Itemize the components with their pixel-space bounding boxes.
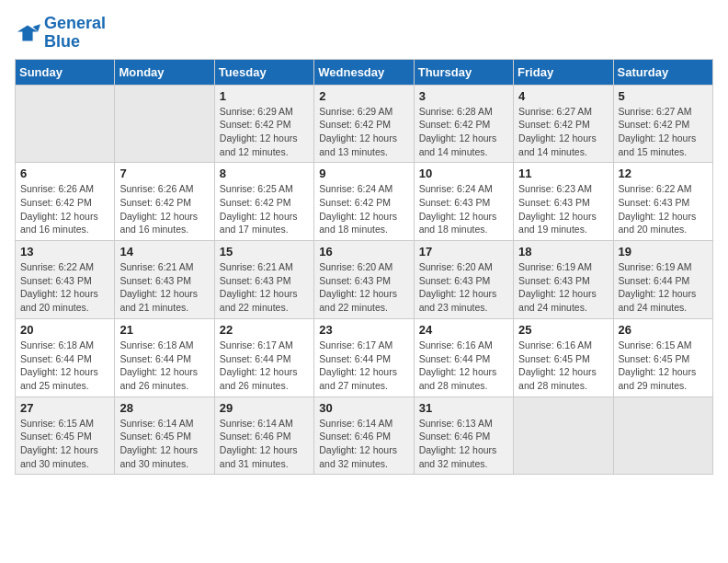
day-info: Sunrise: 6:17 AMSunset: 6:44 PMDaylight:… xyxy=(319,339,408,393)
day-number: 31 xyxy=(419,401,508,415)
calendar-cell xyxy=(613,396,712,475)
day-info: Sunrise: 6:20 AMSunset: 6:43 PMDaylight:… xyxy=(319,260,408,315)
day-info: Sunrise: 6:26 AMSunset: 6:42 PMDaylight:… xyxy=(119,182,209,236)
day-info: Sunrise: 6:13 AMSunset: 6:46 PMDaylight:… xyxy=(419,417,508,471)
day-number: 27 xyxy=(20,401,109,415)
calendar-cell xyxy=(115,85,214,163)
calendar-cell: 23Sunrise: 6:17 AMSunset: 6:44 PMDayligh… xyxy=(314,318,414,396)
day-info: Sunrise: 6:22 AMSunset: 6:43 PMDaylight:… xyxy=(619,182,708,236)
day-info: Sunrise: 6:14 AMSunset: 6:46 PMDaylight:… xyxy=(319,417,408,471)
day-number: 4 xyxy=(518,89,608,103)
day-info: Sunrise: 6:20 AMSunset: 6:43 PMDaylight:… xyxy=(419,260,508,315)
calendar-cell: 12Sunrise: 6:22 AMSunset: 6:43 PMDayligh… xyxy=(613,163,712,241)
day-number: 23 xyxy=(319,323,408,337)
day-number: 20 xyxy=(20,323,109,337)
day-number: 13 xyxy=(20,245,109,259)
calendar-cell: 6Sunrise: 6:26 AMSunset: 6:42 PMDaylight… xyxy=(16,163,115,241)
day-info: Sunrise: 6:17 AMSunset: 6:44 PMDaylight:… xyxy=(220,339,309,393)
day-number: 5 xyxy=(619,89,708,103)
calendar-cell xyxy=(514,396,613,475)
day-number: 19 xyxy=(619,245,708,259)
day-info: Sunrise: 6:14 AMSunset: 6:45 PMDaylight:… xyxy=(119,417,209,471)
day-number: 8 xyxy=(220,167,309,180)
calendar-cell: 30Sunrise: 6:14 AMSunset: 6:46 PMDayligh… xyxy=(314,396,414,475)
calendar-cell: 13Sunrise: 6:22 AMSunset: 6:43 PMDayligh… xyxy=(16,241,115,319)
calendar-cell xyxy=(16,85,115,163)
calendar-cell: 15Sunrise: 6:21 AMSunset: 6:43 PMDayligh… xyxy=(214,241,313,319)
day-number: 29 xyxy=(220,401,309,415)
day-info: Sunrise: 6:15 AMSunset: 6:45 PMDaylight:… xyxy=(619,339,708,393)
calendar-week-row: 27Sunrise: 6:15 AMSunset: 6:45 PMDayligh… xyxy=(16,396,713,475)
weekday-header-sunday: Sunday xyxy=(16,59,115,85)
calendar-cell: 19Sunrise: 6:19 AMSunset: 6:44 PMDayligh… xyxy=(613,241,712,319)
day-info: Sunrise: 6:24 AMSunset: 6:42 PMDaylight:… xyxy=(319,182,408,236)
calendar-cell: 5Sunrise: 6:27 AMSunset: 6:42 PMDaylight… xyxy=(613,85,712,163)
calendar-cell: 9Sunrise: 6:24 AMSunset: 6:42 PMDaylight… xyxy=(314,163,414,241)
logo: General Blue xyxy=(15,15,106,52)
day-info: Sunrise: 6:19 AMSunset: 6:43 PMDaylight:… xyxy=(518,260,608,315)
calendar-cell: 26Sunrise: 6:15 AMSunset: 6:45 PMDayligh… xyxy=(613,318,712,396)
day-number: 10 xyxy=(419,167,508,180)
day-info: Sunrise: 6:27 AMSunset: 6:42 PMDaylight:… xyxy=(518,105,608,159)
day-info: Sunrise: 6:25 AMSunset: 6:42 PMDaylight:… xyxy=(220,182,309,236)
day-number: 16 xyxy=(319,245,408,259)
logo-bird-icon xyxy=(15,20,40,46)
day-info: Sunrise: 6:24 AMSunset: 6:43 PMDaylight:… xyxy=(419,182,508,236)
calendar-week-row: 20Sunrise: 6:18 AMSunset: 6:44 PMDayligh… xyxy=(16,318,713,396)
day-info: Sunrise: 6:26 AMSunset: 6:42 PMDaylight:… xyxy=(20,182,109,236)
day-info: Sunrise: 6:29 AMSunset: 6:42 PMDaylight:… xyxy=(220,105,309,159)
day-number: 17 xyxy=(419,245,508,259)
day-info: Sunrise: 6:27 AMSunset: 6:42 PMDaylight:… xyxy=(619,105,708,159)
calendar-week-row: 6Sunrise: 6:26 AMSunset: 6:42 PMDaylight… xyxy=(16,163,713,241)
weekday-header-monday: Monday xyxy=(115,59,214,85)
day-info: Sunrise: 6:18 AMSunset: 6:44 PMDaylight:… xyxy=(20,339,109,393)
calendar-cell: 8Sunrise: 6:25 AMSunset: 6:42 PMDaylight… xyxy=(214,163,313,241)
day-number: 3 xyxy=(419,89,508,103)
calendar-cell: 20Sunrise: 6:18 AMSunset: 6:44 PMDayligh… xyxy=(16,318,115,396)
calendar-cell: 18Sunrise: 6:19 AMSunset: 6:43 PMDayligh… xyxy=(514,241,613,319)
day-number: 30 xyxy=(319,401,408,415)
day-number: 9 xyxy=(319,167,408,180)
day-info: Sunrise: 6:28 AMSunset: 6:42 PMDaylight:… xyxy=(419,105,508,159)
calendar-cell: 4Sunrise: 6:27 AMSunset: 6:42 PMDaylight… xyxy=(514,85,613,163)
calendar-cell: 22Sunrise: 6:17 AMSunset: 6:44 PMDayligh… xyxy=(214,318,313,396)
calendar-cell: 31Sunrise: 6:13 AMSunset: 6:46 PMDayligh… xyxy=(414,396,513,475)
calendar-cell: 7Sunrise: 6:26 AMSunset: 6:42 PMDaylight… xyxy=(115,163,214,241)
day-number: 25 xyxy=(518,323,608,337)
weekday-header-friday: Friday xyxy=(514,59,613,85)
day-number: 7 xyxy=(119,167,209,180)
logo-text: General Blue xyxy=(44,15,106,52)
day-info: Sunrise: 6:18 AMSunset: 6:44 PMDaylight:… xyxy=(119,339,209,393)
day-number: 18 xyxy=(518,245,608,259)
day-info: Sunrise: 6:21 AMSunset: 6:43 PMDaylight:… xyxy=(119,260,209,315)
day-number: 22 xyxy=(220,323,309,337)
calendar-week-row: 1Sunrise: 6:29 AMSunset: 6:42 PMDaylight… xyxy=(16,85,713,163)
calendar-cell: 1Sunrise: 6:29 AMSunset: 6:42 PMDaylight… xyxy=(214,85,313,163)
calendar-cell: 3Sunrise: 6:28 AMSunset: 6:42 PMDaylight… xyxy=(414,85,513,163)
day-info: Sunrise: 6:16 AMSunset: 6:44 PMDaylight:… xyxy=(419,339,508,393)
day-number: 12 xyxy=(619,167,708,180)
weekday-header-thursday: Thursday xyxy=(414,59,513,85)
day-number: 28 xyxy=(119,401,209,415)
weekday-header-tuesday: Tuesday xyxy=(214,59,313,85)
day-info: Sunrise: 6:19 AMSunset: 6:44 PMDaylight:… xyxy=(619,260,708,315)
day-number: 26 xyxy=(619,323,708,337)
day-number: 11 xyxy=(518,167,608,180)
calendar-cell: 29Sunrise: 6:14 AMSunset: 6:46 PMDayligh… xyxy=(214,396,313,475)
weekday-header-wednesday: Wednesday xyxy=(314,59,414,85)
calendar-table: SundayMondayTuesdayWednesdayThursdayFrid… xyxy=(15,59,713,476)
day-info: Sunrise: 6:29 AMSunset: 6:42 PMDaylight:… xyxy=(319,105,408,159)
calendar-cell: 10Sunrise: 6:24 AMSunset: 6:43 PMDayligh… xyxy=(414,163,513,241)
day-number: 6 xyxy=(20,167,109,180)
calendar-cell: 11Sunrise: 6:23 AMSunset: 6:43 PMDayligh… xyxy=(514,163,613,241)
day-info: Sunrise: 6:23 AMSunset: 6:43 PMDaylight:… xyxy=(518,182,608,236)
calendar-cell: 27Sunrise: 6:15 AMSunset: 6:45 PMDayligh… xyxy=(16,396,115,475)
day-info: Sunrise: 6:14 AMSunset: 6:46 PMDaylight:… xyxy=(220,417,309,471)
day-number: 24 xyxy=(419,323,508,337)
calendar-cell: 24Sunrise: 6:16 AMSunset: 6:44 PMDayligh… xyxy=(414,318,513,396)
day-info: Sunrise: 6:22 AMSunset: 6:43 PMDaylight:… xyxy=(20,260,109,315)
page-header: General Blue xyxy=(15,15,713,52)
calendar-cell: 14Sunrise: 6:21 AMSunset: 6:43 PMDayligh… xyxy=(115,241,214,319)
weekday-header-saturday: Saturday xyxy=(613,59,712,85)
calendar-header-row: SundayMondayTuesdayWednesdayThursdayFrid… xyxy=(16,59,713,85)
